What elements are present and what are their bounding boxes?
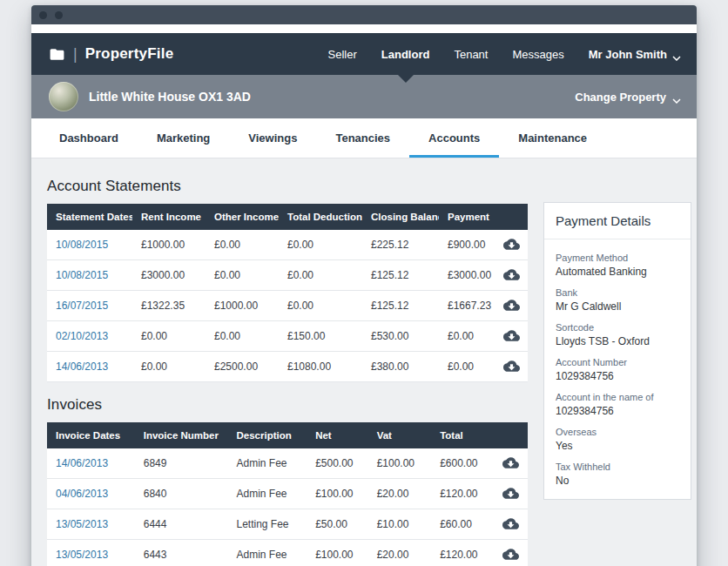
cell-rent-income: £1322.35 xyxy=(132,291,206,321)
cell-total: £120.00 xyxy=(431,540,495,566)
side-column: Payment Details Payment Method Automated… xyxy=(543,202,691,500)
cloud-download-icon xyxy=(503,273,520,286)
col-header-rent-income: Rent Income xyxy=(132,204,206,230)
download-button[interactable] xyxy=(501,544,521,564)
cell-vat: £10.00 xyxy=(368,509,432,540)
statement-date-link[interactable]: 14/06/2013 xyxy=(47,352,132,382)
tab-dashboard[interactable]: Dashboard xyxy=(40,118,138,158)
field-label: Payment Method xyxy=(556,253,679,263)
cell-total-deductions: £0.00 xyxy=(279,260,362,291)
field-value: Automated Banking xyxy=(556,266,679,278)
col-header-statement-dates: Statement Dates xyxy=(47,204,132,230)
download-button[interactable] xyxy=(501,483,521,503)
cell-total-deductions: £1080.00 xyxy=(279,352,362,382)
field-overseas: Overseas Yes xyxy=(556,427,679,452)
cell-other-income: £0.00 xyxy=(206,230,279,260)
section-tabbar: Dashboard Marketing Viewings Tenancies A… xyxy=(31,118,697,158)
cell-total-deductions: £0.00 xyxy=(279,291,362,321)
cell-total: £120.00 xyxy=(431,479,495,509)
chevron-down-icon xyxy=(672,93,679,100)
cell-rent-income: £3000.00 xyxy=(132,260,206,291)
cell-invoice-number: 6849 xyxy=(135,448,228,479)
nav-item-seller[interactable]: Seller xyxy=(328,48,357,61)
field-value: Lloyds TSB - Oxford xyxy=(556,335,679,347)
field-label: Tax Withheld xyxy=(556,462,679,472)
download-button[interactable] xyxy=(502,234,522,254)
change-property-button[interactable]: Change Property xyxy=(575,91,679,104)
cell-invoice-number: 6840 xyxy=(135,479,228,509)
col-header-invoice-number: Invoice Number xyxy=(135,422,228,448)
cell-net: £100.00 xyxy=(307,540,368,566)
col-header-description: Description xyxy=(227,422,307,448)
field-label: Sortcode xyxy=(556,322,679,333)
download-button[interactable] xyxy=(502,356,522,376)
download-button[interactable] xyxy=(502,295,522,315)
cell-rent-income: £0.00 xyxy=(132,321,206,352)
chevron-down-icon xyxy=(672,51,679,57)
download-button[interactable] xyxy=(502,326,522,346)
field-value: 1029384756 xyxy=(556,370,679,382)
nav-item-landlord[interactable]: Landlord xyxy=(381,48,430,61)
col-header-net: Net xyxy=(307,422,368,448)
tab-viewings[interactable]: Viewings xyxy=(229,118,316,158)
download-cell xyxy=(495,321,528,352)
table-row: 13/05/2013 6443 Admin Fee £100.00 £20.00… xyxy=(47,540,528,566)
field-tax-withheld: Tax Withheld No xyxy=(556,462,679,487)
nav-item-tenant[interactable]: Tenant xyxy=(454,48,488,61)
col-header-total-deductions: Total Deductions xyxy=(279,204,362,230)
download-cell xyxy=(495,448,528,479)
tab-marketing[interactable]: Marketing xyxy=(138,118,229,158)
tab-tenancies[interactable]: Tenancies xyxy=(316,118,409,158)
cell-payment: £1667.23 xyxy=(439,291,495,321)
invoice-date-link[interactable]: 13/05/2013 xyxy=(47,509,135,540)
download-button[interactable] xyxy=(501,514,521,534)
cell-closing-balance: £125.12 xyxy=(362,260,439,291)
cloud-download-icon xyxy=(502,491,519,504)
invoice-date-link[interactable]: 14/06/2013 xyxy=(47,448,135,479)
col-header-payment: Payment xyxy=(439,204,495,230)
folder-icon xyxy=(49,46,65,63)
cell-total-deductions: £150.00 xyxy=(279,321,362,352)
download-button[interactable] xyxy=(502,265,522,285)
user-menu[interactable]: Mr John Smith xyxy=(589,48,679,61)
cloud-download-icon xyxy=(503,334,520,347)
statement-date-link[interactable]: 10/08/2015 xyxy=(47,230,132,260)
cell-description: Admin Fee xyxy=(227,479,307,509)
cell-description: Admin Fee xyxy=(227,540,307,566)
tab-maintenance[interactable]: Maintenance xyxy=(499,118,606,158)
cell-payment: £0.00 xyxy=(439,321,495,352)
cell-vat: £100.00 xyxy=(368,448,432,479)
field-value: 1029384756 xyxy=(556,405,679,417)
statement-date-link[interactable]: 16/07/2015 xyxy=(47,291,132,321)
user-name: Mr John Smith xyxy=(589,48,667,61)
payment-details-card: Payment Details Payment Method Automated… xyxy=(543,202,691,500)
app-window: | PropertyFile Seller Landlord Tenant Me… xyxy=(31,5,697,566)
invoice-date-link[interactable]: 04/06/2013 xyxy=(47,479,135,509)
download-button[interactable] xyxy=(501,453,521,473)
active-nav-caret xyxy=(398,75,414,91)
nav-item-messages[interactable]: Messages xyxy=(512,48,563,61)
col-header-download xyxy=(495,204,528,230)
field-label: Account Number xyxy=(556,357,679,367)
field-payment-method: Payment Method Automated Banking xyxy=(556,253,679,278)
tab-accounts[interactable]: Accounts xyxy=(409,118,499,158)
statement-date-link[interactable]: 10/08/2015 xyxy=(47,260,132,291)
main-column: Account Statements Statement Dates Rent … xyxy=(47,164,528,566)
payment-details-title: Payment Details xyxy=(544,203,691,239)
brand-separator: | xyxy=(73,46,78,62)
col-header-closing-balance: Closing Balance xyxy=(362,204,439,230)
payment-details-body: Payment Method Automated Banking Bank Mr… xyxy=(544,239,691,499)
invoice-date-link[interactable]: 13/05/2013 xyxy=(47,540,135,566)
download-cell xyxy=(495,352,528,382)
col-header-vat: Vat xyxy=(368,422,432,448)
cell-total-deductions: £0.00 xyxy=(279,230,362,260)
cell-closing-balance: £125.12 xyxy=(362,291,439,321)
field-label: Overseas xyxy=(556,427,679,437)
statement-date-link[interactable]: 02/10/2013 xyxy=(47,321,132,352)
cloud-download-icon xyxy=(503,303,520,316)
cloud-download-icon xyxy=(503,242,520,255)
field-label: Account in the name of xyxy=(556,392,679,402)
cell-total: £600.00 xyxy=(431,448,495,479)
cell-other-income: £0.00 xyxy=(206,260,279,291)
cell-vat: £20.00 xyxy=(368,479,432,509)
